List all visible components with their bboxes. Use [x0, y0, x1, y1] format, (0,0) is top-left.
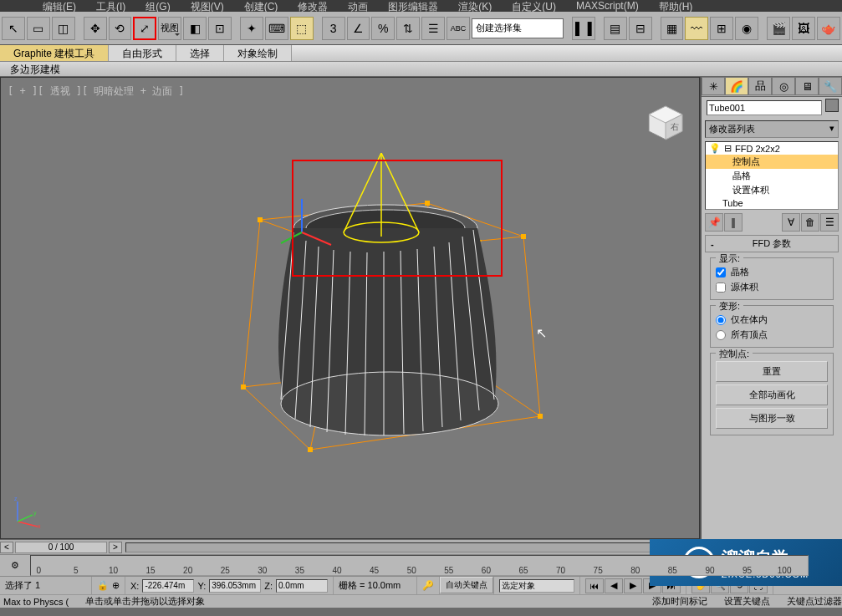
checkbox-source-volume[interactable]: 源体积: [716, 281, 828, 293]
menu-graph-editors[interactable]: 图形编辑器: [383, 0, 443, 12]
y-coord-field[interactable]: [209, 579, 261, 593]
configure-sets-icon[interactable]: ☰: [820, 213, 839, 232]
tab-modify-icon[interactable]: 🌈: [725, 77, 748, 95]
radio-all-vertices[interactable]: 所有顶点: [716, 328, 828, 341]
menu-help[interactable]: 帮助(H): [654, 0, 698, 12]
select-object-icon[interactable]: ↖: [2, 17, 25, 40]
add-time-tag[interactable]: 添加时间标记: [652, 595, 707, 608]
viewcube[interactable]: 右: [646, 103, 686, 143]
render-setup-icon[interactable]: 🎬: [767, 17, 790, 40]
snap-toggle-icon[interactable]: ⬚: [290, 17, 314, 40]
viewport-label[interactable]: [ + ][ 透视 ][ 明暗处理 + 边面 ]: [8, 84, 185, 99]
select-window-icon[interactable]: ◫: [52, 17, 75, 40]
tab-create-icon[interactable]: ✳: [702, 77, 725, 95]
maxscript-listener[interactable]: Max to Physcs (: [3, 597, 69, 607]
align-icon[interactable]: ▤: [604, 17, 627, 40]
use-center-icon[interactable]: ⊡: [208, 17, 232, 40]
stack-item-base[interactable]: Tube: [706, 197, 838, 209]
menu-group[interactable]: 组(G): [140, 0, 175, 12]
mirror-icon[interactable]: ▌▐: [572, 17, 595, 40]
transform-type-in-icon[interactable]: ⊕: [112, 580, 120, 591]
lock-selection-icon[interactable]: 🔒: [97, 580, 109, 591]
set-key-button[interactable]: 设置关键点: [724, 595, 770, 608]
menu-maxscript[interactable]: MAXScript(M): [571, 0, 644, 12]
auto-key-button[interactable]: 自动关键点: [440, 577, 493, 593]
menu-render[interactable]: 渲染(K): [453, 0, 497, 12]
modifier-stack[interactable]: 💡 ⊟ FFD 2x2x2 控制点 晶格 设置体积 Tube: [705, 141, 839, 210]
menu-modifiers[interactable]: 修改器: [293, 0, 333, 12]
lightbulb-icon[interactable]: 💡: [709, 143, 721, 154]
track-bar-toggle-icon[interactable]: ⚙: [0, 555, 30, 576]
tab-utilities-icon[interactable]: 🔧: [819, 77, 842, 95]
layer-manager-icon[interactable]: ▦: [661, 17, 684, 40]
ribbon-tab-selection[interactable]: 选择: [176, 45, 224, 61]
checkbox-lattice[interactable]: 晶格: [716, 266, 828, 278]
selection-set-dropdown[interactable]: [472, 18, 564, 38]
menu-create[interactable]: 创建(C): [239, 0, 283, 12]
ribbon-sub-polymodel[interactable]: 多边形建模: [5, 62, 65, 76]
scale-icon[interactable]: ⤢: [133, 17, 156, 40]
spinner-snap-icon[interactable]: ⇅: [396, 17, 420, 40]
remove-modifier-icon[interactable]: 🗑: [801, 213, 819, 232]
modifier-list-dropdown[interactable]: 修改器列表▾: [705, 120, 839, 138]
key-mode-icon[interactable]: 🔑: [422, 580, 434, 591]
view-dropdown[interactable]: 视图: [158, 17, 181, 40]
keyboard-shortcut-icon[interactable]: ⌨: [265, 17, 288, 40]
button-animate-all[interactable]: 全部动画化: [716, 384, 828, 405]
pin-stack-icon[interactable]: 📌: [705, 213, 723, 232]
angle-snap-icon[interactable]: ∠: [347, 17, 370, 40]
radio-in-volume[interactable]: 仅在体内: [716, 313, 828, 326]
make-unique-icon[interactable]: ∀: [782, 213, 800, 232]
time-ruler[interactable]: 0 5 10 15 20 25 30 35 40 45 50 55 60 65 …: [30, 555, 809, 576]
menu-customize[interactable]: 自定义(U): [507, 0, 561, 12]
ribbon-tab-graphite[interactable]: Graphite 建模工具: [0, 45, 109, 61]
viewport-perspective[interactable]: [ + ][ 透视 ][ 明暗处理 + 边面 ] 右: [0, 77, 700, 539]
snap-3d-icon[interactable]: 3: [322, 17, 345, 40]
x-coord-field[interactable]: [142, 579, 194, 593]
abc-icon[interactable]: ABC: [447, 17, 470, 40]
rotate-icon[interactable]: ⟲: [109, 17, 132, 40]
stack-sub-lattice[interactable]: 晶格: [706, 169, 838, 183]
tab-hierarchy-icon[interactable]: 品: [748, 77, 772, 95]
object-name-field[interactable]: Tube001: [707, 100, 822, 115]
key-filters-button[interactable]: 关键点过滤器: [787, 595, 842, 608]
curve-editor-icon[interactable]: 〰: [685, 17, 708, 40]
selected-object-dropdown[interactable]: [499, 579, 574, 593]
percent-snap-icon[interactable]: %: [371, 17, 395, 40]
render-production-icon[interactable]: 🫖: [817, 17, 840, 40]
move-icon[interactable]: ✥: [84, 17, 107, 40]
select-region-icon[interactable]: ▭: [27, 17, 50, 40]
quick-align-icon[interactable]: ⊟: [629, 17, 652, 40]
show-end-result-icon[interactable]: ‖: [724, 213, 742, 232]
rendered-frame-icon[interactable]: 🖼: [792, 17, 815, 40]
rollup-ffd-params[interactable]: FFD 参数: [705, 235, 839, 252]
menu-view[interactable]: 视图(V): [186, 0, 229, 12]
ribbon-tab-freeform[interactable]: 自由形式: [109, 45, 176, 61]
ref-coord-icon[interactable]: ◧: [183, 17, 207, 40]
button-conform-to-shape[interactable]: 与图形一致: [716, 408, 828, 429]
stack-sub-control-points[interactable]: 控制点: [706, 155, 838, 169]
menu-animation[interactable]: 动画: [343, 0, 373, 12]
schematic-view-icon[interactable]: ⊞: [710, 17, 733, 40]
menu-edit[interactable]: 编辑(E): [38, 0, 81, 12]
select-manipulate-icon[interactable]: ✦: [240, 17, 263, 40]
named-sel-icon[interactable]: ☰: [421, 17, 445, 40]
button-reset[interactable]: 重置: [716, 361, 828, 382]
ribbon-tab-paint[interactable]: 对象绘制: [224, 45, 292, 61]
object-color-swatch[interactable]: [825, 99, 839, 112]
track-bar[interactable]: ⚙ 0 5 10 15 20 25 30 35 40 45 50 55 60 6…: [0, 554, 842, 576]
time-slider-next-icon[interactable]: >: [109, 542, 122, 553]
tab-motion-icon[interactable]: ◎: [772, 77, 795, 95]
prev-frame-icon[interactable]: ◀: [605, 578, 623, 593]
z-coord-field[interactable]: [276, 579, 328, 593]
collapse-icon[interactable]: ⊟: [724, 143, 732, 154]
play-icon[interactable]: ▶: [624, 578, 642, 593]
time-slider-prev-icon[interactable]: <: [0, 542, 13, 553]
menu-tools[interactable]: 工具(I): [91, 0, 130, 12]
time-slider-thumb[interactable]: 0 / 100: [15, 542, 107, 553]
tab-display-icon[interactable]: 🖥: [795, 77, 819, 95]
goto-start-icon[interactable]: ⏮: [585, 578, 604, 593]
material-editor-icon[interactable]: ◉: [735, 17, 758, 40]
stack-item-ffd[interactable]: 💡 ⊟ FFD 2x2x2: [706, 142, 838, 155]
stack-sub-set-volume[interactable]: 设置体积: [706, 183, 838, 197]
